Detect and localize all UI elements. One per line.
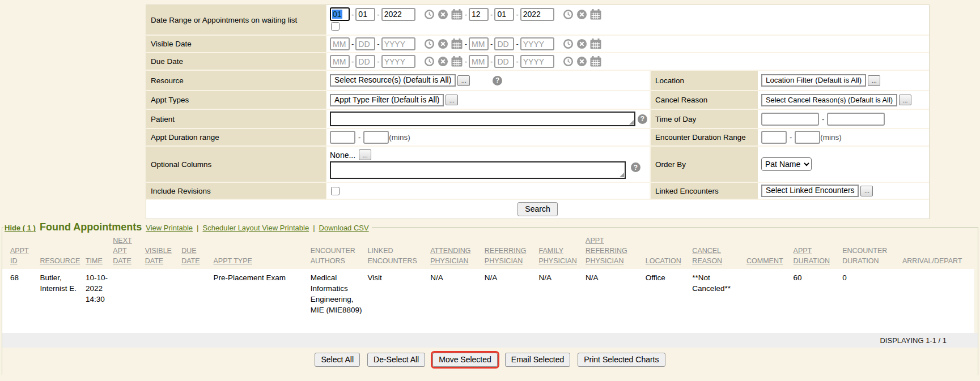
linked-encounters-more-button[interactable]: ... — [860, 186, 873, 196]
cell-attending-physician: N/A — [428, 269, 482, 333]
column-header-appt-duration[interactable]: APPT DURATION — [791, 234, 841, 269]
time-of-day-to-input[interactable] — [827, 113, 885, 126]
column-header-location[interactable]: LOCATION — [643, 234, 690, 269]
clear-date-icon[interactable] — [438, 9, 448, 20]
clear-date-icon[interactable] — [576, 56, 587, 67]
calendar-icon[interactable] — [590, 9, 601, 20]
include-revisions-checkbox[interactable] — [331, 187, 340, 195]
view-printable-link[interactable]: View Printable — [146, 224, 193, 232]
visible-to-mm-input[interactable] — [469, 37, 489, 50]
linked-encounters-select-button[interactable]: Select Linked Encounters — [761, 185, 859, 197]
encounter-duration-from-input[interactable] — [761, 131, 787, 144]
date-from-mm-input[interactable]: 01 — [330, 7, 350, 21]
location-more-button[interactable]: ... — [868, 75, 880, 86]
clear-date-icon[interactable] — [576, 38, 587, 49]
move-selected-button[interactable]: Move Selected — [432, 353, 498, 367]
cell-encounter-duration: 0 — [840, 269, 900, 333]
calendar-icon[interactable] — [590, 38, 601, 49]
date-to-dd-input[interactable] — [494, 8, 514, 21]
patient-help-icon[interactable]: ? — [638, 114, 647, 124]
clock-icon[interactable] — [424, 9, 435, 20]
clear-date-icon[interactable] — [576, 9, 587, 20]
print-selected-charts-button[interactable]: Print Selected Charts — [578, 353, 665, 367]
clock-icon[interactable] — [424, 38, 435, 49]
cancel-reason-select-button[interactable]: Select Cancel Reason(s) (Default is All) — [761, 94, 897, 106]
time-of-day-from-input[interactable] — [761, 113, 819, 126]
hide-results-link[interactable]: Hide ( 1 ) — [5, 224, 36, 232]
date-from-yyyy-input[interactable] — [381, 8, 415, 21]
clear-date-icon[interactable] — [438, 38, 448, 49]
table-row: 68Butler, Internist E.10-10-2022 14:30Pr… — [2, 269, 974, 333]
order-by-select[interactable]: Pat Name — [761, 157, 812, 171]
visible-to-yyyy-input[interactable] — [520, 37, 554, 50]
date-from-dd-input[interactable] — [355, 8, 375, 21]
clear-date-icon[interactable] — [438, 56, 448, 67]
clock-icon[interactable] — [563, 56, 574, 67]
appt-duration-to-input[interactable] — [363, 131, 389, 144]
scheduler-layout-view-printable-link[interactable]: Scheduler Layout View Printable — [202, 224, 309, 232]
appt-type-more-button[interactable]: ... — [446, 95, 458, 105]
column-header-attending-physician[interactable]: ATTENDING PHYSICIAN — [428, 234, 482, 269]
cancel-reason-more-button[interactable]: ... — [899, 95, 911, 105]
download-csv-link[interactable]: Download CSV — [319, 224, 369, 232]
date-to-yyyy-input[interactable] — [520, 8, 554, 21]
encounter-duration-to-input[interactable] — [795, 131, 820, 144]
visible-from-dd-input[interactable] — [355, 37, 375, 50]
column-header-time[interactable]: TIME — [83, 234, 111, 269]
due-to-yyyy-input[interactable] — [520, 55, 554, 68]
resource-select-button[interactable]: Select Resource(s) (Default is All) — [330, 74, 456, 87]
results-title: Found Appointments — [40, 221, 142, 233]
appt-duration-from-input[interactable] — [330, 131, 355, 144]
select-all-button[interactable]: Select All — [315, 353, 360, 367]
footer-buttons: Select AllDe-Select AllMove SelectedEmai… — [2, 348, 978, 373]
column-header-resource[interactable]: RESOURCE — [37, 234, 83, 269]
optional-columns-more-button[interactable]: ... — [359, 149, 371, 160]
search-button[interactable]: Search — [517, 202, 557, 216]
column-header-family-physician[interactable]: FAMILY PHYSICIAN — [537, 234, 584, 269]
waiting-list-checkbox[interactable] — [331, 22, 340, 31]
email-selected-button[interactable]: Email Selected — [505, 353, 570, 367]
due-from-mm-input[interactable] — [330, 55, 350, 68]
due-date-label: Due Date — [146, 53, 327, 70]
column-header-appt-type[interactable]: APPT TYPE — [211, 234, 308, 269]
patient-input[interactable] — [330, 112, 635, 126]
order-by-label: Order By — [650, 147, 758, 182]
calendar-icon[interactable] — [451, 38, 463, 49]
encounter-duration-unit: (mins) — [820, 133, 842, 142]
due-from-yyyy-input[interactable] — [381, 55, 415, 68]
calendar-icon[interactable] — [590, 56, 601, 67]
due-to-mm-input[interactable] — [469, 55, 489, 68]
calendar-icon[interactable] — [451, 9, 463, 20]
optional-columns-input[interactable] — [330, 161, 626, 179]
column-header-visible-date[interactable]: VISIBLE DATE — [143, 234, 179, 269]
cell-location: Office — [643, 269, 690, 333]
due-to-dd-input[interactable] — [494, 55, 514, 68]
clock-icon[interactable] — [424, 56, 435, 67]
visible-from-yyyy-input[interactable] — [381, 37, 415, 50]
column-header-referring-physician[interactable]: REFERRING PHYSICIAN — [482, 234, 537, 269]
optional-columns-value: None... — [330, 151, 355, 160]
column-header-cancel-reason[interactable]: CANCEL REASON — [690, 234, 744, 269]
column-header-appt-id[interactable]: APPT ID — [2, 234, 37, 269]
cell-appt-duration: 60 — [791, 269, 841, 333]
column-header-due-date[interactable]: DUE DATE — [179, 234, 211, 269]
resource-more-button[interactable]: ... — [457, 75, 470, 86]
column-header-appt-referring-physician[interactable]: APPT REFERRING PHYSICIAN — [583, 234, 643, 269]
optional-columns-help-icon[interactable]: ? — [631, 162, 640, 172]
cell-appt-type: Pre-Placement Exam — [211, 269, 308, 333]
column-header-next-apt-date[interactable]: NEXT APT DATE — [111, 234, 142, 269]
visible-to-dd-input[interactable] — [494, 37, 514, 50]
due-from-dd-input[interactable] — [355, 55, 375, 68]
visible-from-mm-input[interactable] — [330, 37, 350, 50]
resource-help-icon[interactable]: ? — [493, 76, 502, 85]
de-select-all-button[interactable]: De-Select All — [367, 353, 425, 367]
calendar-icon[interactable] — [451, 56, 463, 67]
location-filter-button[interactable]: Location Filter (Default is All) — [761, 74, 866, 87]
date-range-label: Date Range or Appointments on waiting li… — [146, 5, 327, 35]
date-to-mm-input[interactable] — [469, 8, 489, 21]
column-header-comment[interactable]: COMMENT — [744, 234, 791, 269]
cell-appt-id: 68 — [2, 269, 37, 333]
clock-icon[interactable] — [563, 9, 574, 20]
appt-type-filter-button[interactable]: Appt Type Filter (Default is All) — [330, 94, 444, 106]
clock-icon[interactable] — [563, 38, 574, 49]
